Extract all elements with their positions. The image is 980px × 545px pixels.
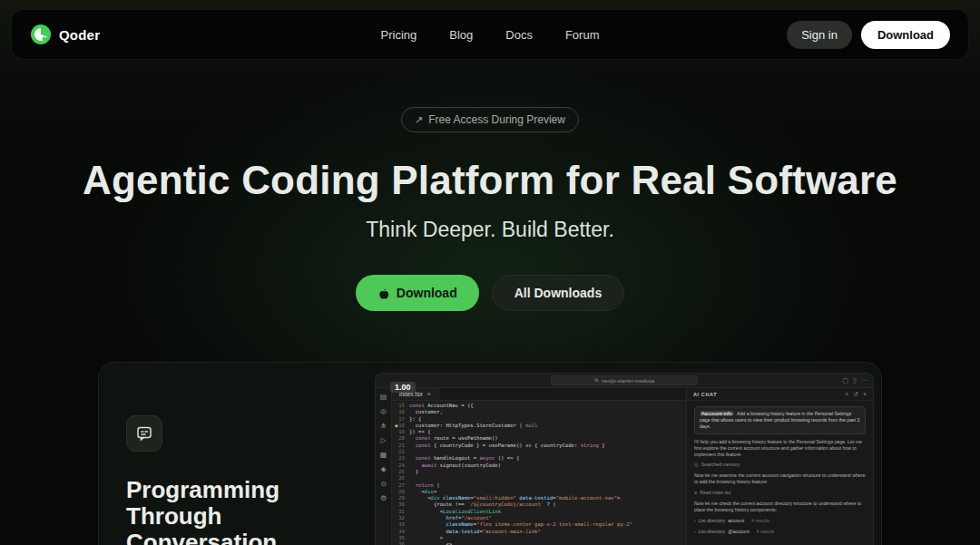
lightbulb-icon[interactable]: ● [395, 423, 397, 429]
hero-download-button[interactable]: Download [356, 275, 479, 311]
tool-target: account [728, 518, 744, 524]
settings-gear-icon[interactable]: ⚙ [380, 494, 387, 503]
feature-card: Programming Through Conversation 1.00 ne… [98, 362, 882, 545]
all-downloads-button[interactable]: All Downloads [492, 275, 624, 311]
code-line: 21 const { countryCode } = useParams() a… [392, 443, 686, 449]
search-icon [594, 378, 599, 383]
code-line: 27 return ( [392, 482, 686, 489]
chat-code-icon [126, 415, 162, 452]
chat-tool-row[interactable]: ›List directory@account4 results [694, 529, 866, 535]
code-text: }: { [409, 416, 421, 423]
code-line: 30 {route !== `/${countryCode}/account` … [392, 501, 686, 508]
chat-header-icons: +↺× [845, 391, 867, 398]
nav-actions: Sign in Download [787, 21, 950, 49]
chat-tool-row[interactable]: ›List directoryaccount4 results [694, 518, 866, 524]
line-number: 34 [392, 529, 409, 535]
code-line: 15const AccountNav = ({ [392, 403, 686, 409]
line-number: 15 [392, 403, 409, 409]
ide-search-box[interactable]: nextjs-starter-medusa [551, 375, 698, 385]
code-line: 36 <> [392, 541, 686, 545]
nav-link-docs[interactable]: Docs [505, 28, 533, 42]
hero-cta-row: Download All Downloads [0, 275, 980, 311]
line-number: 32 [392, 515, 409, 521]
code-line: 19}) => { [392, 429, 686, 435]
code-text: className="flex items-center gap-x-2 tex… [409, 521, 632, 528]
line-number: 31 [392, 509, 409, 515]
chat-assistant-message: Now let me examine the current account n… [694, 472, 866, 485]
context-chip[interactable]: #account-info [700, 411, 734, 416]
tab-close-icon[interactable]: × [427, 391, 431, 397]
split-editor-icon[interactable]: ▯ [853, 377, 857, 384]
nav-link-forum[interactable]: Forum [565, 28, 600, 42]
code-editor[interactable]: 15const AccountNav = ({16 customer,17}: … [392, 401, 686, 545]
code-text: } [409, 469, 418, 475]
files-icon[interactable]: ▤ [380, 393, 387, 402]
line-number: 26 [392, 475, 409, 482]
code-rows: 15const AccountNav = ({16 customer,17}: … [392, 403, 686, 545]
editor-pane: index.tsx × 15const AccountNav = ({16 cu… [392, 388, 686, 545]
close-icon[interactable]: × [863, 391, 867, 398]
code-text: data-testid="account-main-link" [409, 529, 541, 535]
code-text: href="/account" [409, 515, 492, 521]
nav-links: PricingBlogDocsForum [381, 28, 600, 42]
new-chat-icon[interactable]: + [845, 391, 848, 398]
code-text: customer, [409, 409, 443, 415]
nav-link-pricing[interactable]: Pricing [381, 28, 417, 42]
line-number: 35 [392, 535, 409, 541]
run-debug-icon[interactable]: ▷ [380, 436, 386, 445]
chat-user-message: #account-infoAdd a browsing history feat… [694, 406, 866, 434]
code-line: 24 await signout(countryCode) [392, 462, 686, 469]
remote-icon[interactable]: ◈ [380, 465, 386, 474]
sign-in-button[interactable]: Sign in [787, 21, 852, 49]
arrow-up-right-icon: ↗ [415, 114, 423, 126]
memory-search-icon: ◎ [694, 462, 699, 468]
code-text: const handleLogout = async () => { [409, 455, 519, 462]
tool-meta: 4 results [751, 518, 769, 524]
chat-status-row[interactable]: ≡Read index.tsx [694, 490, 866, 496]
code-text: return ( [409, 482, 440, 489]
ide-main: ▤◎⋔▷▦◈⊙⚙ index.tsx × 15const AccountNav … [376, 388, 873, 545]
file-read-icon: ≡ [694, 490, 697, 496]
code-text: customer: HttpTypes.StoreCustomer | null [409, 423, 537, 429]
activity-bar: ▤◎⋔▷▦◈⊙⚙ [376, 388, 392, 545]
ide-titlebar: nextjs-starter-medusa ▢▯⋯ [376, 374, 873, 388]
preview-badge[interactable]: ↗ Free Access During Preview [401, 107, 579, 132]
code-text: const AccountNav = ({ [409, 403, 474, 409]
code-text: <> [409, 541, 452, 545]
project-name: nextjs-starter-medusa [602, 378, 654, 384]
code-line: 26 [392, 475, 686, 482]
code-line: 20 const route = usePathname() [392, 435, 686, 442]
tool-label: List directory [699, 518, 725, 524]
nav-link-blog[interactable]: Blog [449, 28, 473, 42]
search-icon[interactable]: ◎ [380, 407, 387, 416]
line-number: 22 [392, 449, 409, 455]
line-number: 16 [392, 409, 409, 415]
line-number: 25 [392, 469, 409, 475]
chat-messages: #account-infoAdd a browsing history feat… [687, 401, 873, 540]
line-number: 28 [392, 489, 409, 495]
code-text: {route !== `/${countryCode}/account` ? ( [409, 501, 556, 508]
history-icon[interactable]: ↺ [853, 391, 858, 398]
code-line: 23 const handleLogout = async () => { [392, 455, 686, 462]
line-number: 29 [392, 495, 409, 501]
page-title: Agentic Coding Platform for Real Softwar… [0, 158, 980, 203]
code-line: 25 } [392, 469, 686, 475]
code-line: 28 <div> [392, 489, 686, 495]
extensions-icon[interactable]: ▦ [380, 451, 387, 460]
qoder-logo-icon [30, 24, 52, 45]
brand[interactable]: Qoder [30, 24, 100, 45]
code-text: const route = usePathname() [409, 435, 498, 442]
chat-status-row[interactable]: ◎Searched memory [694, 462, 866, 468]
status-label: Read index.tsx [700, 490, 730, 496]
code-line: 17}: { [392, 416, 686, 423]
nav-download-button[interactable]: Download [861, 21, 950, 49]
preview-badge-label: Free Access During Preview [428, 113, 565, 126]
tool-label: List directory [699, 529, 725, 535]
source-control-icon[interactable]: ⋔ [380, 422, 387, 431]
layout-panel-icon[interactable]: ▢ [843, 377, 849, 384]
chat-assistant-message: I'll help you add a browsing history fea… [694, 439, 866, 458]
more-actions-icon[interactable]: ⋯ [861, 377, 867, 384]
hero-section: ↗ Free Access During Preview Agentic Cod… [0, 60, 980, 311]
code-text: <div> [409, 489, 436, 495]
quests-icon[interactable]: ⊙ [380, 480, 387, 489]
